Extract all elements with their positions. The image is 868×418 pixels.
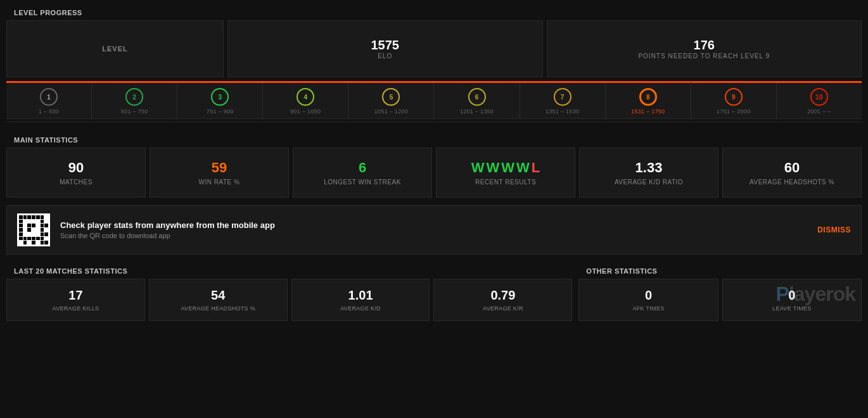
page-wrapper: LEVEL PROGRESS LEVEL 1575 ELO 176 POINTS… [0, 0, 868, 325]
elo-label: ELO [378, 53, 392, 60]
level-circle-9: 9 [725, 88, 743, 106]
qr-cell [36, 228, 40, 232]
result-W: W [501, 160, 514, 176]
qr-code [17, 213, 50, 246]
qr-cell [36, 220, 40, 224]
level-range-4: 901 – 1050 [265, 108, 345, 115]
level-box-label: LEVEL [6, 20, 224, 77]
banner: Check player stats from anywhere from th… [6, 205, 862, 255]
level-bar-item-1: 1 1 – 500 [6, 83, 92, 118]
banner-title: Check player stats from anywhere from th… [60, 220, 807, 230]
qr-cell [19, 241, 23, 244]
qr-cell [32, 215, 35, 219]
stat-card-2: 6 LONGEST WIN STREAK [293, 148, 432, 198]
level-range-5: 1051 – 1200 [351, 108, 431, 115]
other-stats-section: OTHER STATISTICS 0 AFK TIMES 0 LEAVE TIM… [578, 262, 862, 321]
level-circle-5: 5 [382, 88, 400, 106]
qr-cell [19, 224, 23, 227]
level-bar-item-9: 9 1751 – 2000 [691, 83, 777, 118]
banner-subtitle: Scan the QR code to download app [60, 232, 807, 239]
qr-cell [27, 215, 31, 219]
recent-results: WWWWL [443, 160, 568, 176]
qr-cell [44, 220, 48, 224]
stat-value-1: 59 [156, 160, 282, 176]
level-bar-item-10: 10 2001 – – [777, 83, 862, 118]
qr-cell [41, 237, 44, 241]
qr-cell [44, 237, 48, 241]
qr-cell [19, 220, 23, 224]
last20-label-3: AVERAGE K/R [439, 305, 566, 312]
stat-card-1: 59 WIN RATE % [150, 148, 289, 198]
qr-cell [23, 220, 27, 224]
last20-stat-card-0: 17 AVERAGE KILLS [6, 279, 145, 321]
qr-cell [41, 215, 44, 219]
last20-label-1: AVERAGE HEADSHOTS % [155, 305, 282, 312]
stat-label-0: MATCHES [13, 179, 139, 186]
qr-cell [36, 232, 40, 236]
elo-value: 1575 [371, 38, 400, 53]
level-bar-item-5: 5 1051 – 1200 [348, 83, 434, 118]
banner-text: Check player stats from anywhere from th… [60, 220, 807, 239]
qr-cell [32, 241, 35, 244]
dismiss-button[interactable]: DISMISS [817, 225, 851, 234]
main-stats-title: MAIN STATISTICS [6, 131, 862, 148]
stat-label-3: RECENT RESULTS [443, 179, 568, 186]
qr-cell [27, 224, 31, 227]
stat-value-0: 90 [13, 160, 139, 176]
stat-label-4: AVERAGE K/D RATIO [586, 179, 712, 186]
last20-stat-card-1: 54 AVERAGE HEADSHOTS % [149, 279, 288, 321]
level-bar-item-7: 7 1351 – 1530 [520, 83, 606, 118]
qr-cell [23, 228, 27, 232]
level-range-6: 1201 – 1350 [437, 108, 516, 115]
bottom-section: LAST 20 MATCHES STATISTICS 17 AVERAGE KI… [0, 258, 868, 325]
qr-cell [23, 241, 27, 244]
qr-cell [32, 232, 35, 236]
qr-cell [19, 232, 23, 236]
level-circle-1: 1 [40, 88, 58, 106]
other-stat-card-1: 0 LEAVE TIMES [722, 279, 862, 321]
last20-value-0: 17 [12, 288, 139, 303]
level-bar-item-4: 4 901 – 1050 [263, 83, 348, 118]
points-value: 176 [694, 38, 715, 53]
qr-cell [41, 224, 44, 227]
stat-value-2: 6 [300, 160, 425, 176]
qr-cell [27, 220, 31, 224]
last20-stats-grid: 17 AVERAGE KILLS 54 AVERAGE HEADSHOTS % … [6, 279, 572, 321]
qr-cell [36, 215, 40, 219]
main-stats-section: MAIN STATISTICS 90 MATCHES 59 WIN RATE %… [0, 125, 868, 201]
last20-label-0: AVERAGE KILLS [12, 305, 139, 312]
qr-cell [23, 232, 27, 236]
stats-grid: 90 MATCHES 59 WIN RATE % 6 LONGEST WIN S… [6, 148, 862, 198]
qr-cell [36, 224, 40, 227]
qr-cell [41, 220, 44, 224]
qr-cell [19, 228, 23, 232]
level-range-2: 501 – 750 [94, 108, 174, 115]
other-stat-card-0: 0 AFK TIMES [578, 279, 718, 321]
qr-cell [27, 241, 31, 244]
last20-title: LAST 20 MATCHES STATISTICS [6, 262, 572, 279]
qr-cell [44, 224, 48, 227]
level-bar: 1 1 – 500 2 501 – 750 3 751 – 900 4 901 … [6, 81, 862, 119]
level-circle-4: 4 [297, 88, 314, 106]
other-label-0: AFK TIMES [584, 305, 712, 312]
stat-label-1: WIN RATE % [156, 179, 282, 186]
last20-value-3: 0.79 [439, 288, 566, 303]
qr-cell [27, 237, 31, 241]
stat-label-5: AVERAGE HEADSHOTS % [729, 179, 855, 186]
other-stats-grid: 0 AFK TIMES 0 LEAVE TIMES [578, 279, 862, 321]
level-bar-item-6: 6 1201 – 1350 [434, 83, 520, 118]
points-box: 176 POINTS NEEDED TO REACH LEVEL 9 [547, 20, 862, 77]
other-value-1: 0 [728, 288, 856, 303]
qr-cell [44, 232, 48, 236]
level-circle-6: 6 [468, 88, 486, 106]
qr-cell [23, 224, 27, 227]
level-circle-7: 7 [554, 88, 571, 106]
qr-cell [27, 228, 31, 232]
qr-cell [32, 237, 35, 241]
qr-cell [27, 232, 31, 236]
qr-cell [41, 228, 44, 232]
qr-cell [44, 228, 48, 232]
other-label-1: LEAVE TIMES [728, 305, 856, 312]
other-value-0: 0 [584, 288, 712, 303]
level-progress-section: LEVEL PROGRESS LEVEL 1575 ELO 176 POINTS… [0, 0, 868, 119]
